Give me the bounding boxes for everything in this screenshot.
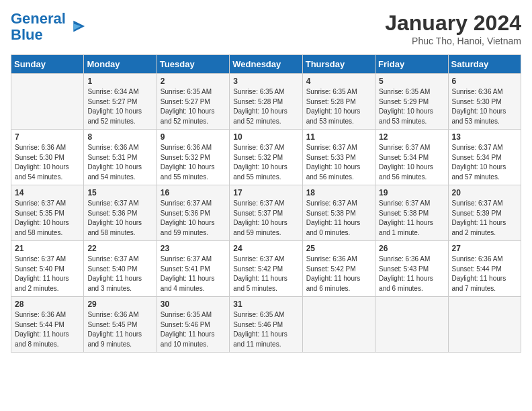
day-number: 23	[161, 244, 226, 253]
day-number: 1	[87, 77, 152, 86]
day-number: 11	[306, 132, 371, 142]
calendar-cell: 30Sunrise: 6:35 AM Sunset: 5:46 PM Dayli…	[157, 297, 229, 353]
calendar-cell: 3Sunrise: 6:35 AM Sunset: 5:28 PM Daylig…	[230, 74, 302, 130]
calendar-cell: 16Sunrise: 6:37 AM Sunset: 5:36 PM Dayli…	[157, 185, 229, 241]
day-number: 29	[87, 300, 152, 309]
day-info: Sunrise: 6:36 AM Sunset: 5:44 PM Dayligh…	[15, 310, 80, 349]
day-number: 26	[379, 244, 444, 253]
day-info: Sunrise: 6:36 AM Sunset: 5:43 PM Dayligh…	[379, 255, 444, 293]
day-info: Sunrise: 6:37 AM Sunset: 5:38 PM Dayligh…	[306, 199, 371, 238]
day-info: Sunrise: 6:35 AM Sunset: 5:46 PM Dayligh…	[161, 310, 226, 349]
logo-icon	[67, 17, 86, 36]
calendar-cell: 2Sunrise: 6:35 AM Sunset: 5:27 PM Daylig…	[157, 74, 229, 130]
day-info: Sunrise: 6:37 AM Sunset: 5:34 PM Dayligh…	[379, 143, 444, 182]
day-info: Sunrise: 6:37 AM Sunset: 5:38 PM Dayligh…	[379, 199, 444, 238]
day-number: 7	[15, 132, 80, 142]
title-block: January 2024 Phuc Tho, Hanoi, Vietnam	[385, 11, 521, 46]
calendar-cell: 12Sunrise: 6:37 AM Sunset: 5:34 PM Dayli…	[375, 130, 448, 185]
day-number: 17	[233, 188, 298, 197]
calendar-cell: 29Sunrise: 6:36 AM Sunset: 5:45 PM Dayli…	[84, 297, 157, 353]
day-number: 12	[379, 132, 444, 142]
calendar-cell: 23Sunrise: 6:37 AM Sunset: 5:41 PM Dayli…	[157, 241, 229, 297]
day-number: 31	[233, 300, 298, 309]
day-number: 2	[161, 77, 226, 86]
day-info: Sunrise: 6:37 AM Sunset: 5:32 PM Dayligh…	[233, 143, 298, 182]
day-number: 5	[379, 77, 444, 86]
day-info: Sunrise: 6:37 AM Sunset: 5:33 PM Dayligh…	[306, 143, 371, 182]
calendar-cell: 19Sunrise: 6:37 AM Sunset: 5:38 PM Dayli…	[375, 185, 448, 241]
day-info: Sunrise: 6:36 AM Sunset: 5:32 PM Dayligh…	[161, 143, 226, 182]
day-number: 21	[15, 244, 80, 253]
calendar-cell: 4Sunrise: 6:35 AM Sunset: 5:28 PM Daylig…	[302, 74, 375, 130]
day-info: Sunrise: 6:37 AM Sunset: 5:41 PM Dayligh…	[161, 255, 226, 293]
day-info: Sunrise: 6:36 AM Sunset: 5:45 PM Dayligh…	[87, 310, 152, 349]
calendar-cell: 6Sunrise: 6:36 AM Sunset: 5:30 PM Daylig…	[448, 74, 521, 130]
calendar-cell: 8Sunrise: 6:36 AM Sunset: 5:31 PM Daylig…	[84, 130, 157, 185]
month-title: January 2024	[385, 11, 521, 36]
day-info: Sunrise: 6:35 AM Sunset: 5:46 PM Dayligh…	[233, 310, 298, 349]
calendar-cell: 13Sunrise: 6:37 AM Sunset: 5:34 PM Dayli…	[448, 130, 521, 185]
page-header: General Blue January 2024 Phuc Tho, Hano…	[11, 11, 521, 46]
calendar-cell: 18Sunrise: 6:37 AM Sunset: 5:38 PM Dayli…	[302, 185, 375, 241]
header-friday: Friday	[375, 55, 448, 74]
header-monday: Monday	[84, 55, 157, 74]
day-number: 18	[306, 188, 371, 197]
day-info: Sunrise: 6:36 AM Sunset: 5:44 PM Dayligh…	[452, 255, 517, 293]
day-info: Sunrise: 6:36 AM Sunset: 5:42 PM Dayligh…	[306, 255, 371, 293]
day-number: 27	[452, 244, 517, 253]
day-number: 3	[233, 77, 298, 86]
day-info: Sunrise: 6:37 AM Sunset: 5:40 PM Dayligh…	[15, 255, 80, 293]
day-info: Sunrise: 6:36 AM Sunset: 5:30 PM Dayligh…	[15, 143, 80, 182]
day-info: Sunrise: 6:36 AM Sunset: 5:30 PM Dayligh…	[452, 87, 517, 126]
calendar-week-row: 14Sunrise: 6:37 AM Sunset: 5:35 PM Dayli…	[11, 185, 521, 241]
day-info: Sunrise: 6:36 AM Sunset: 5:31 PM Dayligh…	[87, 143, 152, 182]
calendar-cell: 7Sunrise: 6:36 AM Sunset: 5:30 PM Daylig…	[11, 130, 84, 185]
day-number: 14	[15, 188, 80, 197]
calendar-cell: 15Sunrise: 6:37 AM Sunset: 5:36 PM Dayli…	[84, 185, 157, 241]
header-saturday: Saturday	[448, 55, 521, 74]
calendar-cell: 22Sunrise: 6:37 AM Sunset: 5:40 PM Dayli…	[84, 241, 157, 297]
day-info: Sunrise: 6:37 AM Sunset: 5:36 PM Dayligh…	[87, 199, 152, 238]
day-number: 4	[306, 77, 371, 86]
day-number: 30	[161, 300, 226, 309]
day-info: Sunrise: 6:37 AM Sunset: 5:40 PM Dayligh…	[87, 255, 152, 293]
day-info: Sunrise: 6:35 AM Sunset: 5:29 PM Dayligh…	[379, 87, 444, 126]
day-info: Sunrise: 6:37 AM Sunset: 5:39 PM Dayligh…	[452, 199, 517, 238]
calendar-table: SundayMondayTuesdayWednesdayThursdayFrid…	[11, 54, 521, 353]
day-number: 16	[161, 188, 226, 197]
calendar-cell: 26Sunrise: 6:36 AM Sunset: 5:43 PM Dayli…	[375, 241, 448, 297]
calendar-cell: 25Sunrise: 6:36 AM Sunset: 5:42 PM Dayli…	[302, 241, 375, 297]
day-number: 24	[233, 244, 298, 253]
day-number: 9	[161, 132, 226, 142]
day-info: Sunrise: 6:35 AM Sunset: 5:28 PM Dayligh…	[306, 87, 371, 126]
calendar-cell: 11Sunrise: 6:37 AM Sunset: 5:33 PM Dayli…	[302, 130, 375, 185]
logo-text: General Blue	[11, 11, 66, 43]
calendar-cell: 24Sunrise: 6:37 AM Sunset: 5:42 PM Dayli…	[230, 241, 302, 297]
calendar-week-row: 28Sunrise: 6:36 AM Sunset: 5:44 PM Dayli…	[11, 297, 521, 353]
day-info: Sunrise: 6:34 AM Sunset: 5:27 PM Dayligh…	[87, 87, 152, 126]
day-info: Sunrise: 6:35 AM Sunset: 5:28 PM Dayligh…	[233, 87, 298, 126]
header-thursday: Thursday	[302, 55, 375, 74]
day-number: 15	[87, 188, 152, 197]
calendar-body: 1Sunrise: 6:34 AM Sunset: 5:27 PM Daylig…	[11, 74, 521, 353]
day-info: Sunrise: 6:37 AM Sunset: 5:37 PM Dayligh…	[233, 199, 298, 238]
day-number: 13	[452, 132, 517, 142]
calendar-week-row: 21Sunrise: 6:37 AM Sunset: 5:40 PM Dayli…	[11, 241, 521, 297]
day-info: Sunrise: 6:37 AM Sunset: 5:34 PM Dayligh…	[452, 143, 517, 182]
calendar-cell: 1Sunrise: 6:34 AM Sunset: 5:27 PM Daylig…	[84, 74, 157, 130]
day-number: 20	[452, 188, 517, 197]
day-number: 19	[379, 188, 444, 197]
calendar-cell	[302, 297, 375, 353]
calendar-cell: 31Sunrise: 6:35 AM Sunset: 5:46 PM Dayli…	[230, 297, 302, 353]
day-number: 22	[87, 244, 152, 253]
day-info: Sunrise: 6:35 AM Sunset: 5:27 PM Dayligh…	[161, 87, 226, 126]
day-number: 25	[306, 244, 371, 253]
calendar-cell: 10Sunrise: 6:37 AM Sunset: 5:32 PM Dayli…	[230, 130, 302, 185]
calendar-header-row: SundayMondayTuesdayWednesdayThursdayFrid…	[11, 55, 521, 74]
calendar-cell: 27Sunrise: 6:36 AM Sunset: 5:44 PM Dayli…	[448, 241, 521, 297]
day-number: 10	[233, 132, 298, 142]
day-info: Sunrise: 6:37 AM Sunset: 5:35 PM Dayligh…	[15, 199, 80, 238]
day-number: 28	[15, 300, 80, 309]
calendar-cell	[375, 297, 448, 353]
calendar-week-row: 1Sunrise: 6:34 AM Sunset: 5:27 PM Daylig…	[11, 74, 521, 130]
